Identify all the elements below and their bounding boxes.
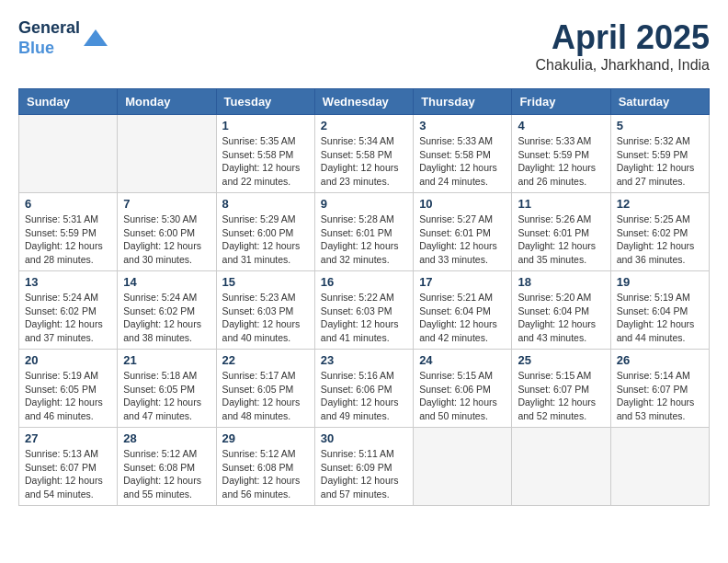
calendar-day-cell	[414, 428, 512, 506]
day-info: Sunrise: 5:27 AM Sunset: 6:01 PM Dayligh…	[419, 213, 506, 267]
day-number: 2	[321, 119, 407, 132]
weekday-header-tuesday: Tuesday	[216, 89, 314, 115]
calendar-day-cell: 23Sunrise: 5:16 AM Sunset: 6:06 PM Dayli…	[314, 350, 413, 428]
calendar-day-cell: 24Sunrise: 5:15 AM Sunset: 6:06 PM Dayli…	[414, 350, 512, 428]
day-number: 3	[419, 119, 506, 132]
weekday-header-saturday: Saturday	[610, 89, 709, 115]
day-number: 16	[321, 275, 407, 289]
calendar-day-cell: 3Sunrise: 5:33 AM Sunset: 5:58 PM Daylig…	[414, 115, 512, 193]
calendar-week-3: 13Sunrise: 5:24 AM Sunset: 6:02 PM Dayli…	[19, 271, 710, 350]
calendar-day-cell: 30Sunrise: 5:11 AM Sunset: 6:09 PM Dayli…	[314, 428, 413, 506]
day-info: Sunrise: 5:15 AM Sunset: 6:07 PM Dayligh…	[518, 369, 604, 423]
logo-text: GeneralBlue	[18, 18, 80, 58]
day-number: 17	[419, 275, 506, 289]
calendar-day-cell	[19, 115, 118, 193]
calendar-day-cell: 12Sunrise: 5:25 AM Sunset: 6:02 PM Dayli…	[610, 193, 709, 271]
calendar-day-cell: 1Sunrise: 5:35 AM Sunset: 5:58 PM Daylig…	[216, 115, 314, 193]
day-number: 23	[321, 353, 407, 367]
day-number: 11	[518, 197, 604, 211]
day-info: Sunrise: 5:30 AM Sunset: 6:00 PM Dayligh…	[123, 213, 210, 267]
calendar-day-cell: 14Sunrise: 5:24 AM Sunset: 6:02 PM Dayli…	[118, 271, 216, 350]
calendar-week-1: 1Sunrise: 5:35 AM Sunset: 5:58 PM Daylig…	[19, 115, 710, 193]
logo-blue: Blue	[18, 39, 54, 57]
day-number: 29	[222, 431, 309, 445]
day-info: Sunrise: 5:17 AM Sunset: 6:05 PM Dayligh…	[222, 369, 309, 423]
calendar-day-cell: 4Sunrise: 5:33 AM Sunset: 5:59 PM Daylig…	[512, 115, 610, 193]
calendar-day-cell: 15Sunrise: 5:23 AM Sunset: 6:03 PM Dayli…	[216, 271, 314, 350]
day-info: Sunrise: 5:25 AM Sunset: 6:02 PM Dayligh…	[617, 213, 703, 267]
day-info: Sunrise: 5:14 AM Sunset: 6:07 PM Dayligh…	[617, 369, 703, 423]
day-number: 21	[123, 353, 210, 367]
day-info: Sunrise: 5:35 AM Sunset: 5:58 PM Dayligh…	[222, 134, 309, 189]
calendar-day-cell: 8Sunrise: 5:29 AM Sunset: 6:00 PM Daylig…	[216, 193, 314, 271]
calendar-day-cell	[512, 428, 610, 506]
calendar-day-cell: 16Sunrise: 5:22 AM Sunset: 6:03 PM Dayli…	[314, 271, 413, 350]
calendar-day-cell: 29Sunrise: 5:12 AM Sunset: 6:08 PM Dayli…	[216, 428, 314, 506]
day-number: 28	[123, 431, 210, 445]
day-info: Sunrise: 5:12 AM Sunset: 6:08 PM Dayligh…	[123, 447, 210, 501]
day-info: Sunrise: 5:24 AM Sunset: 6:02 PM Dayligh…	[123, 291, 210, 345]
day-number: 19	[617, 275, 703, 289]
day-info: Sunrise: 5:11 AM Sunset: 6:09 PM Dayligh…	[321, 447, 407, 501]
day-info: Sunrise: 5:24 AM Sunset: 6:02 PM Dayligh…	[25, 291, 111, 345]
calendar-day-cell: 25Sunrise: 5:15 AM Sunset: 6:07 PM Dayli…	[512, 350, 610, 428]
title-block: April 2025 Chakulia, Jharkhand, India	[536, 18, 710, 74]
day-number: 18	[518, 275, 604, 289]
calendar-day-cell: 22Sunrise: 5:17 AM Sunset: 6:05 PM Dayli…	[216, 350, 314, 428]
calendar-day-cell: 7Sunrise: 5:30 AM Sunset: 6:00 PM Daylig…	[118, 193, 216, 271]
calendar-day-cell: 6Sunrise: 5:31 AM Sunset: 5:59 PM Daylig…	[19, 193, 118, 271]
day-info: Sunrise: 5:28 AM Sunset: 6:01 PM Dayligh…	[321, 213, 407, 267]
day-info: Sunrise: 5:33 AM Sunset: 5:58 PM Dayligh…	[419, 134, 506, 189]
day-info: Sunrise: 5:12 AM Sunset: 6:08 PM Dayligh…	[222, 447, 309, 501]
calendar-day-cell: 13Sunrise: 5:24 AM Sunset: 6:02 PM Dayli…	[19, 271, 118, 350]
day-number: 1	[222, 119, 309, 132]
page-header: GeneralBlue April 2025 Chakulia, Jharkha…	[18, 18, 710, 74]
day-info: Sunrise: 5:15 AM Sunset: 6:06 PM Dayligh…	[419, 369, 506, 423]
day-number: 9	[321, 197, 407, 211]
day-number: 13	[25, 275, 111, 289]
weekday-header-friday: Friday	[512, 89, 610, 115]
calendar-day-cell: 9Sunrise: 5:28 AM Sunset: 6:01 PM Daylig…	[314, 193, 413, 271]
day-info: Sunrise: 5:34 AM Sunset: 5:58 PM Dayligh…	[321, 134, 407, 189]
day-number: 14	[123, 275, 210, 289]
day-info: Sunrise: 5:32 AM Sunset: 5:59 PM Dayligh…	[617, 134, 703, 189]
day-number: 7	[123, 197, 210, 211]
calendar-day-cell	[610, 428, 709, 506]
day-number: 25	[518, 353, 604, 367]
day-info: Sunrise: 5:19 AM Sunset: 6:04 PM Dayligh…	[617, 291, 703, 345]
day-info: Sunrise: 5:22 AM Sunset: 6:03 PM Dayligh…	[321, 291, 407, 345]
day-number: 20	[25, 353, 111, 367]
day-info: Sunrise: 5:23 AM Sunset: 6:03 PM Dayligh…	[222, 291, 309, 345]
weekday-header-thursday: Thursday	[414, 89, 512, 115]
day-info: Sunrise: 5:19 AM Sunset: 6:05 PM Dayligh…	[25, 369, 111, 423]
calendar-day-cell: 28Sunrise: 5:12 AM Sunset: 6:08 PM Dayli…	[118, 428, 216, 506]
day-info: Sunrise: 5:33 AM Sunset: 5:59 PM Dayligh…	[518, 134, 604, 189]
logo-icon	[82, 28, 109, 50]
location-subtitle: Chakulia, Jharkhand, India	[536, 57, 710, 74]
weekday-header-sunday: Sunday	[19, 89, 118, 115]
calendar-day-cell: 17Sunrise: 5:21 AM Sunset: 6:04 PM Dayli…	[414, 271, 512, 350]
day-number: 30	[321, 431, 407, 445]
day-info: Sunrise: 5:16 AM Sunset: 6:06 PM Dayligh…	[321, 369, 407, 423]
calendar-day-cell: 26Sunrise: 5:14 AM Sunset: 6:07 PM Dayli…	[610, 350, 709, 428]
calendar-week-2: 6Sunrise: 5:31 AM Sunset: 5:59 PM Daylig…	[19, 193, 710, 271]
calendar-day-cell: 21Sunrise: 5:18 AM Sunset: 6:05 PM Dayli…	[118, 350, 216, 428]
calendar-day-cell: 20Sunrise: 5:19 AM Sunset: 6:05 PM Dayli…	[19, 350, 118, 428]
svg-marker-0	[84, 29, 108, 46]
day-info: Sunrise: 5:29 AM Sunset: 6:00 PM Dayligh…	[222, 213, 309, 267]
weekday-header-wednesday: Wednesday	[314, 89, 413, 115]
day-info: Sunrise: 5:13 AM Sunset: 6:07 PM Dayligh…	[25, 447, 111, 501]
day-number: 24	[419, 353, 506, 367]
day-number: 8	[222, 197, 309, 211]
calendar-day-cell: 27Sunrise: 5:13 AM Sunset: 6:07 PM Dayli…	[19, 428, 118, 506]
calendar-week-4: 20Sunrise: 5:19 AM Sunset: 6:05 PM Dayli…	[19, 350, 710, 428]
day-number: 10	[419, 197, 506, 211]
day-number: 22	[222, 353, 309, 367]
calendar-day-cell: 5Sunrise: 5:32 AM Sunset: 5:59 PM Daylig…	[610, 115, 709, 193]
calendar-header-row: SundayMondayTuesdayWednesdayThursdayFrid…	[19, 89, 710, 115]
calendar-week-5: 27Sunrise: 5:13 AM Sunset: 6:07 PM Dayli…	[19, 428, 710, 506]
calendar-day-cell: 2Sunrise: 5:34 AM Sunset: 5:58 PM Daylig…	[314, 115, 413, 193]
day-number: 12	[617, 197, 703, 211]
day-number: 5	[617, 119, 703, 132]
day-number: 26	[617, 353, 703, 367]
